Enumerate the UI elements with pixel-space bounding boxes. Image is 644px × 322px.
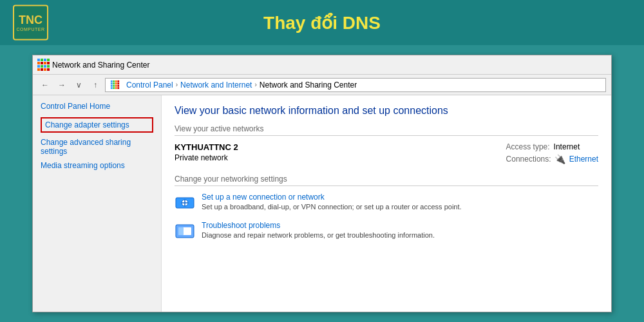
sidebar-home-link[interactable]: Control Panel Home xyxy=(41,102,153,111)
setup-connection-text: Set up a new connection or network Set u… xyxy=(202,193,598,211)
banner-title: Thay đổi DNS xyxy=(263,12,381,33)
title-bar: Network and Sharing Center xyxy=(33,55,611,75)
setup-connection-title[interactable]: Set up a new connection or network xyxy=(202,193,598,202)
troubleshoot-desc: Diagnose and repair network problems, or… xyxy=(202,231,598,239)
content-title: View your basic network information and … xyxy=(175,105,598,117)
troubleshoot-icon xyxy=(175,221,195,242)
troubleshoot-text: Troubleshoot problems Diagnose and repai… xyxy=(202,221,598,239)
active-networks-header: View your active networks xyxy=(175,124,598,136)
sidebar: Control Panel Home Change adapter settin… xyxy=(33,95,162,312)
path-network-internet[interactable]: Network and Internet xyxy=(180,80,252,90)
troubleshoot-item: Troubleshoot problems Diagnose and repai… xyxy=(175,221,598,242)
dialog-body: Control Panel Home Change adapter settin… xyxy=(33,95,611,312)
network-info-right: Access type: Internet Connections: 🔌 Eth… xyxy=(506,142,598,164)
tnc-logo: TNC COMPUTER xyxy=(13,5,48,41)
access-type-label: Access type: xyxy=(506,142,550,151)
content-area: View your basic network information and … xyxy=(162,95,611,312)
back-button[interactable]: ← xyxy=(38,78,52,92)
top-banner: TNC COMPUTER Thay đổi DNS xyxy=(0,0,644,45)
connections-row: Connections: 🔌 Ethernet xyxy=(506,154,598,164)
network-row: KYTHUATTNC 2 Private network Access type… xyxy=(175,142,598,164)
ethernet-icon: 🔌 xyxy=(555,154,565,164)
up-button[interactable]: ↑ xyxy=(88,78,102,92)
main-content: Network and Sharing Center ← → ∨ ↑ xyxy=(0,45,644,322)
network-name: KYTHUATTNC 2 xyxy=(175,142,506,152)
change-section: Change your networking settings xyxy=(175,175,598,242)
setup-connection-icon xyxy=(175,193,195,213)
windows-dialog: Network and Sharing Center ← → ∨ ↑ xyxy=(32,55,612,312)
change-settings-header: Change your networking settings xyxy=(175,175,598,186)
titlebar-text: Network and Sharing Center xyxy=(52,61,149,70)
setup-connection-desc: Set up a broadband, dial-up, or VPN conn… xyxy=(202,203,598,211)
logo-sub-text: COMPUTER xyxy=(16,27,44,32)
network-info-left: KYTHUATTNC 2 Private network xyxy=(175,142,506,162)
connections-value[interactable]: Ethernet xyxy=(569,155,598,164)
change-advanced-link[interactable]: Change advanced sharing settings xyxy=(41,138,153,156)
path-current: Network and Sharing Center xyxy=(260,80,357,90)
connections-label: Connections: xyxy=(506,155,551,164)
setup-connection-item: Set up a new connection or network Set u… xyxy=(175,193,598,213)
network-type: Private network xyxy=(175,153,506,162)
titlebar-icon xyxy=(38,60,48,70)
path-icon xyxy=(109,80,120,90)
media-streaming-link[interactable]: Media streaming options xyxy=(41,161,153,170)
forward-button[interactable]: → xyxy=(55,78,69,92)
address-bar: ← → ∨ ↑ xyxy=(33,75,611,95)
troubleshoot-title[interactable]: Troubleshoot problems xyxy=(202,221,598,230)
svg-rect-6 xyxy=(178,227,184,235)
access-type-row: Access type: Internet xyxy=(506,142,598,151)
access-type-value: Internet xyxy=(554,142,580,151)
path-control-panel[interactable]: Control Panel xyxy=(126,80,173,90)
logo-tnc-text: TNC xyxy=(19,14,43,26)
history-button[interactable]: ∨ xyxy=(71,78,86,92)
address-path: Control Panel › Network and Internet › N… xyxy=(105,78,606,92)
change-adapter-link[interactable]: Change adapter settings xyxy=(41,117,153,133)
